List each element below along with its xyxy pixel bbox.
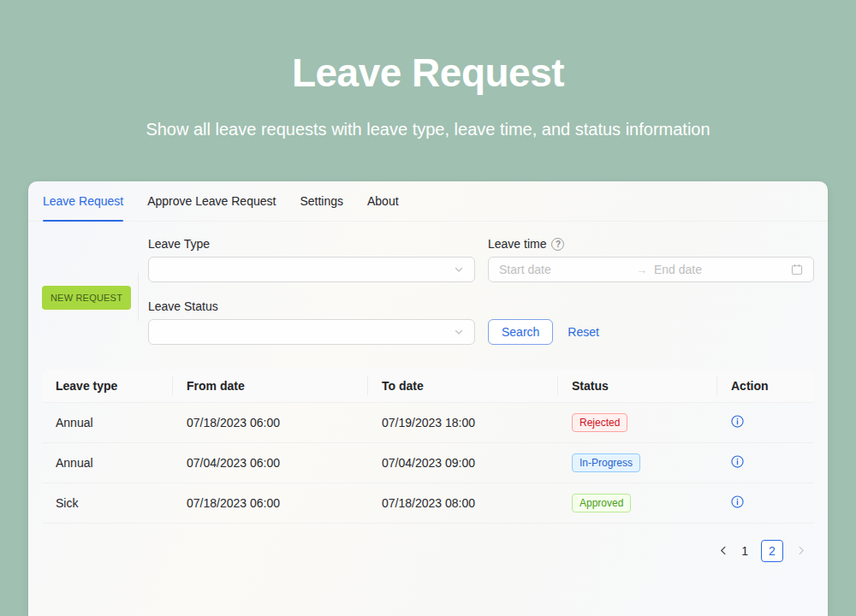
cell-to-date: 07/18/2023 08:00 bbox=[368, 496, 558, 510]
status-badge: Approved bbox=[572, 494, 631, 512]
page-title: Leave Request bbox=[0, 50, 856, 96]
reset-button[interactable]: Reset bbox=[568, 325, 599, 339]
question-circle-icon: ? bbox=[551, 238, 564, 251]
pagination-prev-button[interactable] bbox=[719, 545, 728, 558]
pagination-page-1[interactable]: 1 bbox=[741, 544, 748, 558]
column-header-from-date: From date bbox=[173, 379, 368, 393]
tab-bar: Leave Request Approve Leave Request Sett… bbox=[28, 181, 828, 222]
page-subtitle: Show all leave requests with leave type,… bbox=[0, 120, 856, 139]
column-header-leave-type: Leave type bbox=[42, 379, 173, 393]
info-circle-icon bbox=[731, 495, 744, 511]
cell-from-date: 07/18/2023 06:00 bbox=[173, 416, 368, 429]
table-row: Annual 07/18/2023 06:00 07/19/2023 18:00… bbox=[42, 403, 814, 443]
cell-leave-type: Annual bbox=[42, 416, 173, 429]
row-detail-button[interactable] bbox=[731, 455, 744, 471]
leave-time-range-picker[interactable]: → bbox=[488, 257, 814, 282]
tab-label: Leave Request bbox=[43, 194, 123, 208]
info-circle-icon bbox=[731, 455, 744, 471]
tab-about[interactable]: About bbox=[367, 181, 399, 221]
search-button[interactable]: Search bbox=[488, 319, 553, 345]
cell-from-date: 07/18/2023 06:00 bbox=[173, 496, 368, 510]
filter-section: NEW REQUEST Leave Type Leave Status bbox=[28, 222, 828, 369]
chevron-left-icon bbox=[719, 545, 728, 558]
leave-type-label: Leave Type bbox=[148, 237, 210, 251]
leave-type-select[interactable] bbox=[148, 257, 475, 282]
calendar-icon bbox=[791, 264, 803, 275]
tab-leave-request[interactable]: Leave Request bbox=[43, 181, 123, 221]
tab-settings[interactable]: Settings bbox=[300, 181, 343, 221]
cell-to-date: 07/19/2023 18:00 bbox=[368, 416, 558, 429]
status-badge: Rejected bbox=[572, 413, 627, 432]
leave-time-label-text: Leave time bbox=[488, 237, 546, 251]
column-header-action: Action bbox=[717, 379, 814, 393]
pagination-page-2-current[interactable]: 2 bbox=[761, 540, 783, 562]
new-request-button[interactable]: NEW REQUEST bbox=[42, 286, 131, 310]
cell-to-date: 07/04/2023 09:00 bbox=[368, 456, 558, 470]
table-row: Sick 07/18/2023 06:00 07/18/2023 08:00 A… bbox=[42, 483, 814, 524]
cell-from-date: 07/04/2023 06:00 bbox=[173, 456, 368, 470]
table-row: Annual 07/04/2023 06:00 07/04/2023 09:00… bbox=[42, 443, 814, 483]
info-circle-icon bbox=[731, 415, 744, 430]
hero-header: Leave Request Show all leave requests wi… bbox=[0, 0, 856, 139]
row-detail-button[interactable] bbox=[731, 495, 744, 511]
start-date-input[interactable] bbox=[499, 263, 629, 276]
end-date-input[interactable] bbox=[654, 263, 784, 276]
status-badge: In-Progress bbox=[572, 453, 640, 472]
leave-requests-table: Leave type From date To date Status Acti… bbox=[42, 369, 814, 524]
tab-approve-leave-request[interactable]: Approve Leave Request bbox=[147, 181, 276, 221]
cell-leave-type: Annual bbox=[42, 456, 173, 470]
chevron-down-icon bbox=[454, 264, 464, 275]
table-header-row: Leave type From date To date Status Acti… bbox=[42, 369, 814, 403]
leave-time-label: Leave time ? bbox=[488, 237, 564, 251]
pagination: 1 2 bbox=[28, 540, 805, 562]
range-arrow-icon: → bbox=[636, 264, 647, 276]
leave-status-label: Leave Status bbox=[148, 299, 218, 313]
column-header-status: Status bbox=[558, 379, 717, 393]
column-header-to-date: To date bbox=[368, 379, 558, 393]
leave-request-card: Leave Request Approve Leave Request Sett… bbox=[28, 181, 828, 616]
chevron-right-icon bbox=[796, 545, 805, 558]
pagination-next-button[interactable] bbox=[796, 545, 805, 558]
tab-label: Approve Leave Request bbox=[147, 194, 276, 208]
cell-leave-type: Sick bbox=[42, 496, 173, 510]
leave-status-select[interactable] bbox=[148, 319, 475, 345]
chevron-down-icon bbox=[454, 327, 464, 337]
tab-label: Settings bbox=[300, 194, 343, 208]
row-detail-button[interactable] bbox=[731, 415, 744, 430]
tab-label: About bbox=[367, 194, 399, 208]
vertical-divider bbox=[138, 273, 139, 321]
